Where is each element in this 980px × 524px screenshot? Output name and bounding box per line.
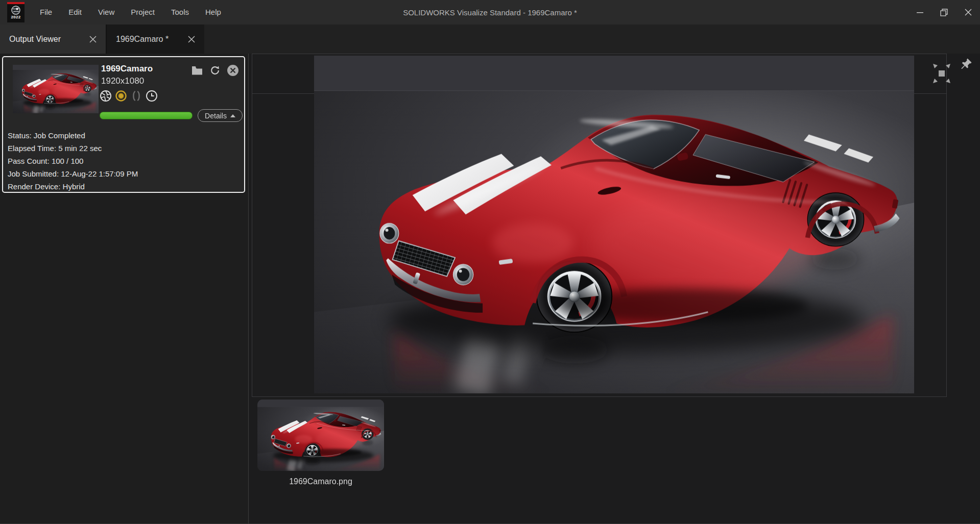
minimize-icon: [917, 9, 923, 16]
job-card-actions: [190, 64, 240, 77]
job-elapsed-line: Elapsed Time: 5 min 22 sec: [8, 142, 138, 155]
render-progress-bar: [100, 112, 193, 119]
window-controls: [908, 0, 980, 24]
details-button[interactable]: Details: [198, 109, 243, 122]
tab-1969camaro-label: 1969Camaro *: [116, 35, 186, 44]
job-status-line: Status: Job Completed: [8, 129, 138, 142]
job-type-icons: [100, 90, 158, 102]
pin-icon: [960, 58, 972, 70]
menu-help[interactable]: Help: [197, 0, 229, 24]
minimize-button[interactable]: [908, 0, 932, 24]
render-quality-icon: [115, 90, 127, 102]
menu-view[interactable]: View: [90, 0, 123, 24]
timer-icon: [146, 90, 158, 102]
tab-1969camaro-close-icon[interactable]: [186, 34, 197, 45]
close-icon: [965, 9, 972, 16]
denoiser-icon: [130, 90, 142, 102]
tab-output-viewer-label: Output Viewer: [9, 35, 87, 44]
render-progress-fill: [100, 112, 192, 119]
menu-edit[interactable]: Edit: [60, 0, 90, 24]
restore-button[interactable]: [932, 0, 956, 24]
restart-render-button[interactable]: [208, 64, 222, 77]
job-status-block: Status: Job Completed Elapsed Time: 5 mi…: [8, 129, 138, 193]
render-preview-image[interactable]: [314, 56, 914, 393]
refresh-icon: [209, 65, 221, 76]
details-button-label: Details: [205, 112, 227, 120]
app-logo-icon[interactable]: 2022: [7, 2, 25, 22]
restore-icon: [940, 9, 948, 16]
render-job-list-panel: 1969Camaro 1920x1080: [0, 54, 249, 524]
tab-bar: Output Viewer 1969Camaro *: [0, 24, 980, 54]
menu-file[interactable]: File: [32, 0, 60, 24]
output-file-thumbnail[interactable]: [257, 400, 384, 471]
menu-project[interactable]: Project: [123, 0, 163, 24]
close-window-button[interactable]: [956, 0, 980, 24]
output-preview-area: 1969Camaro.png: [249, 54, 980, 524]
tab-1969camaro[interactable]: 1969Camaro *: [106, 24, 204, 54]
render-job-card[interactable]: 1969Camaro 1920x1080: [2, 56, 245, 193]
open-output-folder-button[interactable]: [190, 64, 204, 77]
titlebar: 2022 File Edit View Project Tools Help S…: [0, 0, 980, 24]
remove-job-button[interactable]: [226, 64, 240, 77]
render-preview-stage: [252, 54, 947, 397]
output-file-name: 1969Camaro.png: [257, 477, 384, 486]
menubar: File Edit View Project Tools Help: [32, 0, 229, 24]
menu-tools[interactable]: Tools: [163, 0, 197, 24]
folder-icon: [192, 66, 203, 75]
job-title: 1969Camaro: [101, 64, 153, 74]
application-window: 2022 File Edit View Project Tools Help S…: [0, 0, 980, 524]
fit-to-view-icon: [931, 62, 952, 85]
job-render-device-line: Render Device: Hybrid: [8, 180, 138, 193]
fit-to-view-button[interactable]: [930, 62, 953, 85]
pin-panel-button[interactable]: [959, 56, 974, 72]
collapse-arrow-icon: [230, 114, 235, 117]
render-aperture-icon: [100, 90, 112, 102]
job-resolution: 1920x1080: [101, 76, 144, 86]
tab-output-viewer-close-icon[interactable]: [87, 34, 99, 45]
job-pass-count-line: Pass Count: 100 / 100: [8, 155, 138, 167]
globe-icon: [11, 5, 21, 15]
close-circle-icon: [227, 64, 239, 77]
app-logo-year: 2022: [11, 15, 21, 19]
job-thumbnail-render: [13, 65, 99, 113]
job-submitted-line: Job Submitted: 12-Aug-22 1:57:09 PM: [8, 167, 138, 180]
tab-output-viewer[interactable]: Output Viewer: [0, 24, 106, 54]
content-area: 1969Camaro 1920x1080: [0, 54, 980, 524]
job-thumbnail: [13, 65, 99, 113]
